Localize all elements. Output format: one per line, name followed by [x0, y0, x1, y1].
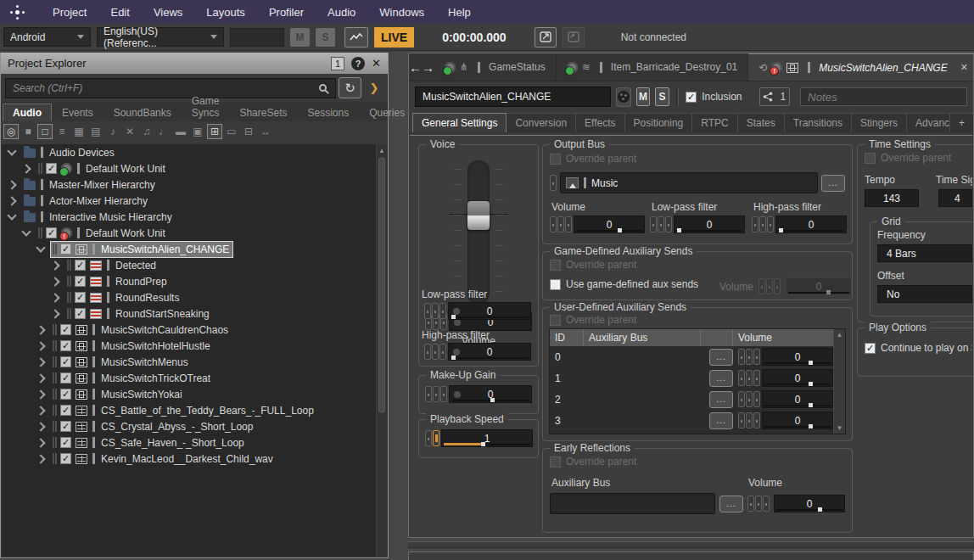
audio-device-filter-icon[interactable]: ◎ [3, 124, 19, 139]
browse-aux-bus-button[interactable]: ... [709, 412, 733, 429]
random-container-filter-icon[interactable]: ♪ [105, 124, 120, 139]
tree-item[interactable]: Kevin_MacLeod__Darkest_Child_wav [2, 451, 387, 467]
tree-item-label[interactable]: MusicSwitchAlien_CHANGE [101, 244, 229, 255]
mute-button[interactable]: M [290, 28, 310, 47]
makeup-gain-field[interactable]: 0 [449, 385, 532, 403]
bus-volume-field[interactable]: 0 [574, 216, 645, 233]
tree-item[interactable]: MusicSwitchCauldrenChaos [2, 322, 387, 338]
tab-general-settings[interactable]: General Settings [412, 113, 507, 132]
mute-button[interactable]: M [636, 87, 651, 106]
music-track-filter-icon[interactable]: ↔ [258, 124, 273, 139]
scroll-up-icon[interactable]: ▲ [377, 144, 387, 156]
output-bus-selector[interactable]: Music [560, 172, 818, 193]
include-checkbox[interactable] [75, 292, 86, 303]
chevron-right-icon[interactable] [50, 293, 59, 302]
profiler-graph-button[interactable] [344, 27, 368, 48]
browse-aux-bus-button[interactable]: ... [709, 370, 733, 387]
bus-lpf-field[interactable]: 0 [674, 216, 745, 233]
tree-item[interactable]: Interactive Music Hierarchy [2, 209, 387, 225]
use-game-aux-checkbox[interactable] [550, 279, 561, 290]
tree-item-selected[interactable]: MusicSwitchAlien_CHANGE [2, 241, 387, 257]
tree-item-label[interactable]: MusicSwitchCauldrenChaos [101, 324, 228, 336]
chevron-right-icon[interactable] [36, 341, 45, 350]
remote-connect-button[interactable] [535, 27, 557, 48]
tree-item-label[interactable]: Default Work Unit [86, 227, 165, 239]
include-checkbox[interactable] [46, 163, 57, 174]
tree-item-label[interactable]: MusicSwitchMenus [101, 356, 188, 368]
tab-sharesets[interactable]: ShareSets [229, 104, 297, 121]
object-name-input[interactable] [415, 87, 611, 107]
chevron-right-icon[interactable] [36, 454, 45, 463]
tree-item-label[interactable]: Interactive Music Hierarchy [49, 211, 172, 223]
menu-audio[interactable]: Audio [316, 0, 367, 24]
include-checkbox[interactable] [60, 372, 71, 384]
tab-states[interactable]: States [737, 113, 785, 132]
er-volume-field[interactable]: 0 [774, 495, 845, 512]
tree-item[interactable]: RoundResults [2, 289, 387, 305]
color-button[interactable] [616, 87, 630, 107]
bus-hpf-field[interactable]: 0 [775, 216, 847, 233]
include-checkbox[interactable] [60, 421, 71, 432]
playback-speed-field[interactable]: 1 [441, 429, 533, 447]
chevron-right-icon[interactable] [36, 325, 45, 334]
project-explorer-titlebar[interactable]: Project Explorer 1 ? ✕ [1, 53, 388, 74]
tree-item[interactable]: RoundStartSneaking [2, 305, 387, 322]
col-id[interactable]: ID [550, 329, 584, 346]
chevron-down-icon[interactable] [7, 210, 16, 220]
tab-rtpc[interactable]: RTPC [691, 113, 737, 132]
chevron-right-icon[interactable] [50, 277, 59, 286]
table-row[interactable]: 0 ... 0 [550, 346, 833, 367]
menu-help[interactable]: Help [436, 0, 483, 24]
menu-profiler[interactable]: Profiler [257, 0, 316, 24]
tab-sessions[interactable]: Sessions [297, 104, 359, 121]
tree-item[interactable]: Default Work Unit [2, 225, 387, 241]
tab-game-syncs[interactable]: Game Syncs [182, 92, 230, 121]
chevron-right-icon[interactable] [36, 357, 45, 367]
chevron-right-icon[interactable] [21, 164, 31, 173]
include-checkbox[interactable] [60, 340, 71, 351]
menu-views[interactable]: Views [142, 0, 194, 24]
tree-item[interactable]: MusicSwitchHotelHustle [2, 338, 387, 354]
include-checkbox[interactable] [75, 308, 86, 319]
time-signature-field[interactable]: 4 ▲▼ [938, 189, 972, 207]
tree-item-label[interactable]: CS_Crystal_Abyss_-_Short_Loop [101, 421, 253, 433]
chevron-down-icon[interactable] [7, 146, 16, 155]
tree-item-label[interactable]: Audio Devices [49, 147, 115, 159]
solo-button[interactable]: S [655, 87, 669, 106]
tree-item-label[interactable]: Master-Mixer Hierarchy [49, 179, 155, 191]
doc-tab-gamestatus[interactable]: ⋔ GameStatus [434, 53, 557, 81]
tree-item[interactable]: Actor-Mixer Hierarchy [2, 193, 387, 209]
notes-input[interactable] [800, 87, 967, 106]
blend-container-filter-icon[interactable]: ▦ [71, 124, 87, 139]
chevron-down-icon[interactable] [36, 243, 45, 252]
include-checkbox[interactable] [60, 356, 71, 367]
tree-item-label[interactable]: Default Work Unit [86, 163, 165, 175]
menu-layouts[interactable]: Layouts [194, 0, 257, 24]
tab-stingers[interactable]: Stingers [851, 113, 907, 132]
table-row[interactable]: 3 ... 0 [550, 410, 833, 431]
music-playlist-filter-icon[interactable]: ▭ [224, 124, 239, 139]
switch-container-filter-icon[interactable]: ✕ [122, 124, 137, 139]
actor-mixer-filter-icon[interactable]: ≡ [54, 124, 70, 139]
col-auxiliary-bus[interactable]: Auxiliary Bus [584, 329, 701, 346]
chevron-right-icon[interactable] [7, 180, 16, 189]
include-checkbox[interactable] [60, 405, 71, 416]
menu-project[interactable]: Project [41, 0, 98, 24]
tab-events[interactable]: Events [52, 104, 104, 121]
include-checkbox[interactable] [75, 260, 86, 271]
back-button[interactable]: ← [409, 53, 422, 81]
tree-item[interactable]: Default Work Unit [2, 160, 387, 176]
virtual-folder-filter-icon[interactable]: □ [37, 124, 53, 139]
tempo-field[interactable]: 143 [865, 189, 919, 207]
continue-play-checkbox[interactable] [865, 343, 876, 354]
tree-scrollbar[interactable]: ▲ [376, 144, 387, 557]
tab-audio[interactable]: Audio [3, 104, 52, 121]
include-checkbox[interactable] [60, 389, 71, 400]
menu-windows[interactable]: Windows [367, 0, 436, 24]
sound-voice-filter-icon[interactable]: ♩ [156, 124, 171, 139]
music-switch-filter-icon[interactable]: ⊞ [207, 124, 222, 139]
tab-more[interactable]: + [949, 113, 974, 132]
chevron-right-icon[interactable] [36, 373, 45, 383]
tree-item[interactable]: MusicSwitchMenus [2, 354, 387, 370]
tab-soundbanks[interactable]: SoundBanks [104, 104, 182, 121]
